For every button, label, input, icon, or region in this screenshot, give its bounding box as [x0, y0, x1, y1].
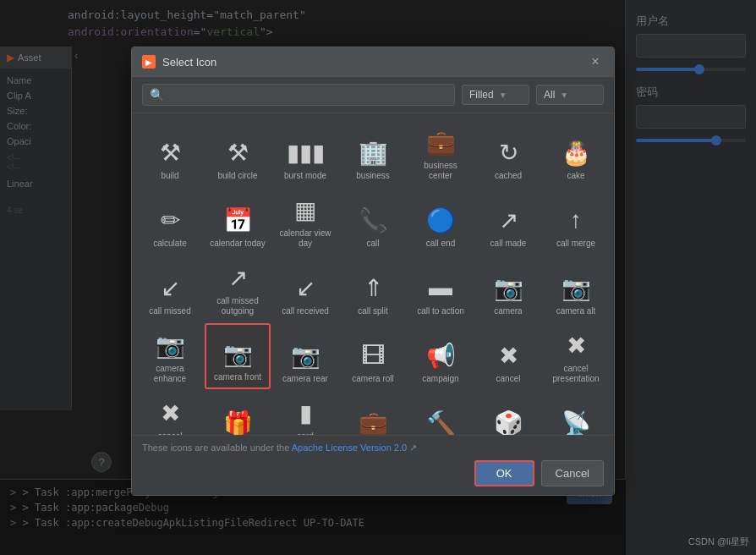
search-icon: 🔍	[150, 88, 164, 102]
calculate-label: calculate	[153, 239, 186, 249]
card-travel-icon: 💼	[358, 408, 388, 435]
footer-buttons: OK Cancel	[142, 460, 604, 486]
burst-mode-icon: ▮▮▮	[290, 137, 320, 168]
icon-cell-card-membership[interactable]: ▮card membership	[272, 391, 338, 435]
call-missed-outgoing-label: call missed outgoing	[208, 296, 267, 316]
call-missed-outgoing-icon: ↗	[222, 262, 253, 293]
card-membership-label: card membership	[276, 431, 335, 435]
icon-cell-calendar-view-day[interactable]: ▦calendar view day	[272, 188, 338, 254]
icon-cell-carpenter[interactable]: 🔨carpenter	[408, 391, 474, 435]
chevron-down-icon-1: ▼	[499, 91, 507, 100]
icons-grid-container: ⚒build⚒build circle▮▮▮burst mode🏢busines…	[132, 113, 614, 435]
icon-cell-camera[interactable]: 📷camera	[475, 256, 541, 321]
icon-cell-build[interactable]: ⚒build	[137, 120, 203, 186]
icon-cell-call-received[interactable]: ↙call received	[272, 256, 338, 321]
icon-cell-cancel-presentation[interactable]: ✖cancel presentation	[543, 323, 609, 389]
license-text: These icons are available under the Apac…	[142, 442, 604, 453]
icon-cell-build-circle[interactable]: ⚒build circle	[205, 120, 271, 186]
dialog-close-button[interactable]: ×	[587, 53, 604, 70]
cast-icon: 📡	[561, 408, 591, 435]
cake-icon: 🎂	[561, 137, 591, 168]
icon-cell-calendar-today[interactable]: 📅calendar today	[205, 188, 271, 254]
icons-grid: ⚒build⚒build circle▮▮▮burst mode🏢busines…	[137, 120, 609, 435]
card-giftcard-icon: 🎁	[222, 408, 253, 435]
cancel-schedule-send-label: cancel schedule send	[140, 431, 200, 435]
filter-filled-select[interactable]: Filled ▼	[462, 85, 529, 105]
icon-cell-call-made[interactable]: ↗call made	[475, 188, 541, 254]
camera-rear-label: camera rear	[282, 374, 328, 384]
call-to-action-icon: ▬	[425, 272, 456, 303]
dialog-app-icon: ▶	[142, 55, 156, 69]
select-icon-dialog: ▶ Select Icon × 🔍 Filled ▼ All ▼ ⚒build⚒…	[131, 47, 615, 496]
camera-alt-label: camera alt	[556, 306, 596, 316]
build-label: build	[161, 171, 178, 181]
call-made-label: call made	[490, 239, 527, 249]
camera-label: camera	[494, 306, 522, 316]
icon-cell-call[interactable]: 📞call	[340, 188, 406, 254]
icon-cell-call-end[interactable]: 🔵call end	[408, 188, 474, 254]
icon-cell-card-giftcard[interactable]: 🎁card giftcard	[205, 391, 271, 435]
call-end-icon: 🔵	[425, 205, 456, 235]
camera-front-icon: 📷	[222, 338, 253, 369]
apache-license-link[interactable]: Apache License Version 2.0	[292, 442, 407, 453]
icon-cell-cake[interactable]: 🎂cake	[543, 120, 609, 186]
icon-cell-business[interactable]: 🏢business	[340, 120, 406, 186]
icon-cell-camera-rear[interactable]: 📷camera rear	[272, 323, 338, 389]
license-text-prefix: These icons are available under the	[142, 442, 289, 453]
chevron-down-icon-2: ▼	[560, 91, 568, 100]
call-received-icon: ↙	[290, 272, 320, 303]
icon-cell-cast[interactable]: 📡cast	[543, 391, 609, 435]
csdn-watermark: CSDN @li星野	[688, 536, 749, 548]
icon-cell-business-center[interactable]: 💼business center	[408, 120, 474, 186]
call-merge-icon: ↑	[561, 205, 591, 235]
icon-cell-card-travel[interactable]: 💼card travel	[340, 391, 406, 435]
icon-cell-call-missed[interactable]: ↙call missed	[137, 256, 203, 321]
cancel-icon: ✖	[493, 340, 523, 371]
icon-cell-casino[interactable]: 🎲casino	[475, 391, 541, 435]
ok-button[interactable]: OK	[474, 460, 534, 486]
icon-cell-call-merge[interactable]: ↑call merge	[543, 188, 609, 254]
filter-all-label: All	[544, 89, 555, 101]
dialog-title-text: Select Icon	[162, 56, 216, 69]
cached-icon: ↻	[493, 137, 523, 168]
call-icon: 📞	[358, 205, 388, 235]
business-center-icon: 💼	[425, 127, 456, 157]
build-circle-icon: ⚒	[222, 137, 253, 168]
calculate-icon: ✏	[155, 205, 185, 235]
icon-cell-camera-alt[interactable]: 📷camera alt	[543, 256, 609, 321]
cancel-button[interactable]: Cancel	[541, 460, 604, 486]
icon-cell-camera-roll[interactable]: 🎞camera roll	[340, 323, 406, 389]
card-membership-icon: ▮	[290, 398, 320, 428]
search-input[interactable]	[169, 89, 447, 101]
cancel-schedule-send-icon: ✖	[155, 398, 185, 428]
camera-icon: 📷	[493, 272, 523, 303]
icon-cell-burst-mode[interactable]: ▮▮▮burst mode	[272, 120, 338, 186]
icon-cell-campaign[interactable]: 📢campaign	[408, 323, 474, 389]
call-split-icon: ⇑	[358, 272, 388, 303]
icon-cell-calculate[interactable]: ✏calculate	[137, 188, 203, 254]
camera-alt-icon: 📷	[561, 272, 591, 303]
call-missed-icon: ↙	[155, 272, 185, 303]
call-received-label: call received	[282, 306, 329, 316]
business-center-label: business center	[411, 161, 470, 181]
call-made-icon: ↗	[493, 205, 523, 235]
icon-cell-call-missed-outgoing[interactable]: ↗call missed outgoing	[205, 256, 271, 321]
icon-cell-camera-front[interactable]: 📷camera front	[205, 323, 271, 389]
filter-all-select[interactable]: All ▼	[536, 85, 604, 105]
search-field[interactable]: 🔍	[142, 84, 455, 106]
dialog-toolbar: 🔍 Filled ▼ All ▼	[132, 77, 614, 113]
build-icon: ⚒	[155, 137, 185, 168]
casino-icon: 🎲	[493, 408, 523, 435]
icon-cell-cached[interactable]: ↻cached	[475, 120, 541, 186]
burst-mode-label: burst mode	[284, 171, 326, 181]
campaign-icon: 📢	[425, 340, 456, 371]
icon-cell-cancel[interactable]: ✖cancel	[475, 323, 541, 389]
call-split-label: call split	[358, 306, 388, 316]
icon-cell-camera-enhance[interactable]: 📷camera enhance	[137, 323, 203, 389]
calendar-view-day-icon: ▦	[290, 195, 320, 225]
icon-cell-call-to-action[interactable]: ▬call to action	[408, 256, 474, 321]
icon-cell-call-split[interactable]: ⇑call split	[340, 256, 406, 321]
calendar-view-day-label: calendar view day	[276, 228, 335, 249]
call-label: call	[366, 239, 379, 249]
icon-cell-cancel-schedule-send[interactable]: ✖cancel schedule send	[137, 391, 203, 435]
